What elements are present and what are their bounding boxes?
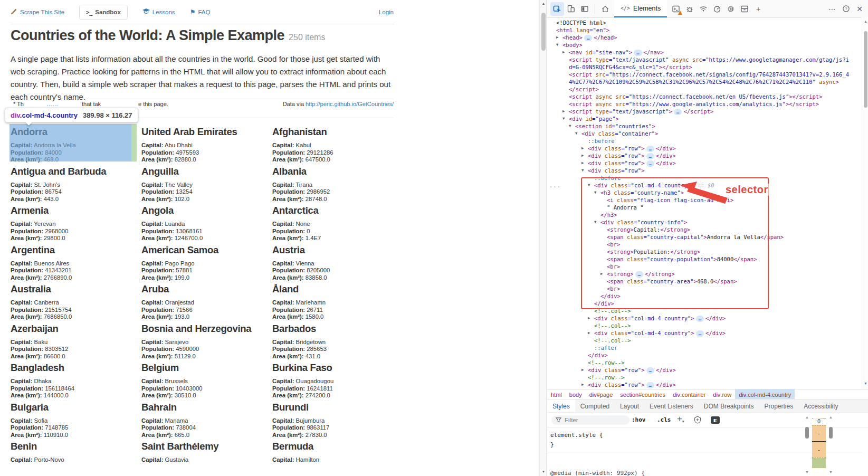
- dom-tree-line[interactable]: ▶<div class="col-md-4 country">…</div>: [547, 315, 862, 322]
- expand-arrow-icon[interactable]: ▶: [581, 159, 584, 167]
- scroll-up-icon[interactable]: ▲: [862, 20, 868, 23]
- toggle-sidebar-button[interactable]: ◧: [711, 416, 720, 424]
- dom-tree-line[interactable]: <!--.row-->: [547, 359, 862, 366]
- dom-tree-line[interactable]: d=G-09N5RQCFG4&cx=c&_slc=1"></script>: [547, 63, 862, 71]
- styles-scrollbar[interactable]: ▲ ▼: [804, 414, 810, 476]
- scroll-down-icon[interactable]: ▼: [827, 470, 834, 474]
- dom-tree-line[interactable]: <br>: [547, 263, 862, 270]
- collapse-arrow-icon[interactable]: ▼: [594, 218, 597, 226]
- dom-tree-line[interactable]: <!--.col-->: [547, 307, 862, 315]
- inline-expand-icon[interactable]: …: [634, 50, 642, 56]
- collapse-arrow-icon[interactable]: ▼: [588, 182, 590, 189]
- expand-arrow-icon[interactable]: ▶: [581, 381, 584, 388]
- scrollbar-thumb[interactable]: [541, 13, 546, 51]
- inline-expand-icon[interactable]: …: [584, 35, 592, 41]
- breadcrumb-item-div-row[interactable]: div.row: [709, 389, 735, 399]
- collapse-arrow-icon[interactable]: ▼: [569, 122, 571, 130]
- dock-side-button[interactable]: [578, 2, 592, 16]
- inspect-element-button[interactable]: [550, 2, 564, 16]
- scrollbar-thumb[interactable]: [805, 427, 809, 439]
- dom-tree-line[interactable]: ▶<script type="text/javascript">…</scrip…: [547, 108, 862, 115]
- expand-arrow-icon[interactable]: ▶: [588, 315, 590, 322]
- tab-elements[interactable]: </> Elements: [614, 0, 667, 17]
- inline-expand-icon[interactable]: …: [674, 109, 682, 115]
- tab-layout[interactable]: Layout: [615, 399, 644, 413]
- dom-tree-line[interactable]: ▼...<div class="col-md-4 country"> == $0: [547, 182, 862, 189]
- dom-tree-line[interactable]: </h3>: [547, 211, 862, 218]
- dom-tree-line[interactable]: ::before: [547, 174, 862, 182]
- expand-arrow-icon[interactable]: ▶: [581, 145, 584, 152]
- inline-expand-icon[interactable]: …: [646, 367, 654, 374]
- expand-arrow-icon[interactable]: ▶: [581, 152, 584, 159]
- rendering-hub-button[interactable]: [694, 416, 701, 426]
- dom-tree-line[interactable]: </div>: [547, 351, 862, 359]
- breadcrumb-item-div-container[interactable]: div.container: [669, 389, 709, 399]
- dom-tree-line[interactable]: <span class="country-capital">Andorra la…: [547, 233, 862, 241]
- expand-arrow-icon[interactable]: ▶: [581, 366, 584, 374]
- dom-tree-scrollbar[interactable]: ▲ ▼: [862, 17, 868, 389]
- page-scrollbar[interactable]: ▲ ▼: [539, 0, 547, 476]
- collapse-arrow-icon[interactable]: ▼: [562, 115, 565, 122]
- dom-tree-line[interactable]: ▶<nav id="site-nav">…</nav>: [547, 49, 862, 56]
- dom-tree-line[interactable]: ▶<div class="row">…</div>: [547, 159, 862, 167]
- dom-tree-line[interactable]: </div>: [547, 300, 862, 307]
- dom-tree-line[interactable]: ▶<div class="row">…</div>: [547, 152, 862, 159]
- styles-filter-input[interactable]: Filter: [551, 415, 629, 425]
- dom-tree-line[interactable]: ▶<div class="row">…</div>: [547, 145, 862, 152]
- home-button[interactable]: [598, 2, 612, 16]
- dom-tree-line[interactable]: <strong>Capital:</strong>: [547, 226, 862, 233]
- breadcrumb-item-body[interactable]: body: [566, 389, 586, 399]
- dom-tree-line[interactable]: <strong>Population:</strong>: [547, 248, 862, 255]
- sidebar-scrollbar[interactable]: ▲ ▼: [827, 414, 834, 476]
- collapse-arrow-icon[interactable]: ▼: [594, 189, 597, 196]
- inline-expand-icon[interactable]: …: [646, 146, 654, 152]
- inline-expand-icon[interactable]: …: [696, 330, 704, 337]
- scrollbar-thumb[interactable]: [864, 31, 867, 108]
- add-tab-button[interactable]: +: [751, 2, 765, 16]
- dom-tree-line[interactable]: <span class="country-area">468.0</span>: [547, 278, 862, 285]
- scroll-down-icon[interactable]: ▼: [862, 382, 868, 385]
- tab-properties[interactable]: Properties: [759, 399, 799, 413]
- dom-tree-line[interactable]: <html lang="en">: [547, 26, 862, 34]
- tab-event-listeners[interactable]: Event Listeners: [644, 399, 699, 413]
- hover-menu-icon[interactable]: ...: [549, 182, 561, 189]
- login-link[interactable]: Login: [379, 9, 394, 15]
- dom-tree-line[interactable]: 4%2C77%2C67%2C109%2C59%2C58%2C31%2C96%2C…: [547, 78, 862, 85]
- dom-tree-line[interactable]: <!--.row-->: [547, 374, 862, 381]
- dom-tree-line[interactable]: ▼<h3 class="country-name">: [547, 189, 862, 196]
- dom-tree-line[interactable]: ▶<div class="row">…</div>: [547, 381, 862, 388]
- tab-dom-breakpoints[interactable]: DOM Breakpoints: [699, 399, 759, 413]
- toggle-hover-state-button[interactable]: :hov: [632, 416, 646, 423]
- tab-accessibility[interactable]: Accessibility: [798, 399, 843, 413]
- dom-tree-line[interactable]: " Andorra ": [547, 204, 862, 211]
- nav-item-scrape-this-site[interactable]: Scrape This Site: [11, 8, 64, 16]
- scroll-up-icon[interactable]: ▲: [827, 415, 834, 419]
- dom-tree-line[interactable]: ▶<strong>…</strong>: [547, 270, 862, 278]
- expand-arrow-icon[interactable]: ▶: [600, 270, 603, 278]
- dom-tree-line[interactable]: <script async src="https://www.google-an…: [547, 100, 862, 108]
- scroll-down-icon[interactable]: ▼: [804, 470, 810, 474]
- expand-arrow-icon[interactable]: ▶: [588, 329, 590, 337]
- dom-tree-line[interactable]: ::after: [547, 344, 862, 351]
- debugger-button[interactable]: [683, 2, 697, 16]
- dom-tree-line[interactable]: ▼<div id="page">: [547, 115, 862, 122]
- dom-tree-line[interactable]: ▶<div class="col-md-4 country">…</div>: [547, 329, 862, 337]
- dom-tree-line[interactable]: <script type="text/javascript" async src…: [547, 56, 862, 63]
- new-style-rule-button[interactable]: +▾: [677, 414, 684, 424]
- dom-tree-line[interactable]: <br>: [547, 285, 862, 292]
- dom-tree-line[interactable]: <br>: [547, 241, 862, 248]
- breadcrumb-item-section-countries[interactable]: section#countries: [616, 389, 669, 399]
- collapse-arrow-icon[interactable]: ▼: [581, 167, 584, 174]
- breadcrumb-item-div-page[interactable]: div#page: [586, 389, 617, 399]
- expand-arrow-icon[interactable]: ▶: [562, 108, 565, 115]
- dom-tree-line[interactable]: ▶<head>…</head>: [547, 34, 862, 41]
- breadcrumb-item-div-col-md-4-country[interactable]: div.col-md-4.country: [735, 389, 795, 399]
- dom-tree-line[interactable]: <script src="https://connect.facebook.ne…: [547, 71, 862, 78]
- expand-arrow-icon[interactable]: ▶: [556, 34, 559, 41]
- dom-tree-line[interactable]: ::before: [547, 137, 862, 145]
- scroll-up-icon[interactable]: ▲: [540, 2, 547, 5]
- nav-item-lessons[interactable]: Lessons: [142, 8, 175, 15]
- dom-tree-line[interactable]: ▶<div class="row">…</div>: [547, 366, 862, 374]
- dom-tree-line[interactable]: ▼<div class="country-info">: [547, 218, 862, 226]
- dom-tree-line[interactable]: <span class="country-population">84000</…: [547, 255, 862, 263]
